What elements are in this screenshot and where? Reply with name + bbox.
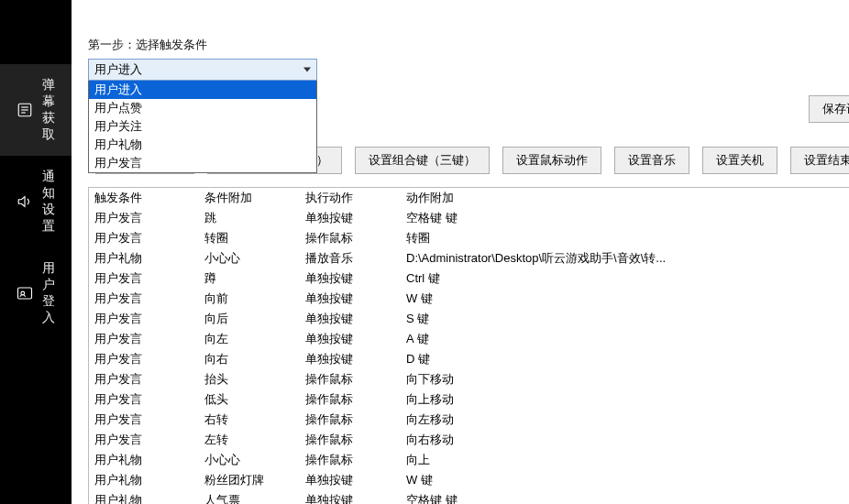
table-cell: W 键 [401,289,849,309]
table-cell: 单独按键 [300,268,401,289]
rules-table: 触发条件 条件附加 执行动作 动作附加 用户发言跳单独按键空格键 键用户发言转圈… [89,188,849,504]
set-combo3-button[interactable]: 设置组合键（三键） [355,147,490,174]
table-cell: 用户发言 [89,228,199,248]
table-row[interactable]: 用户发言抬头操作鼠标向下移动 [89,369,849,389]
table-cell: 转圈 [199,228,300,248]
sound-icon [17,193,33,210]
table-cell: 向上 [401,450,849,470]
table-row[interactable]: 用户发言转圈操作鼠标转圈 [89,228,849,248]
table-cell: 操作鼠标 [300,228,401,248]
header-trigger: 触发条件 [89,188,199,208]
table-cell: 用户发言 [89,268,199,289]
set-endproc-button[interactable]: 设置结束进程 [790,147,849,174]
table-cell: 用户发言 [89,430,199,450]
table-cell: 用户礼物 [89,450,199,470]
table-cell: 单独按键 [300,490,401,504]
table-row[interactable]: 用户礼物小心心操作鼠标向上 [89,450,849,470]
trigger-dropdown-option[interactable]: 用户发言 [89,154,316,172]
table-row[interactable]: 用户发言向前单独按键W 键 [89,289,849,309]
table-row[interactable]: 用户发言蹲单独按键Ctrl 键 [89,268,849,289]
table-cell: 向后 [199,309,300,329]
trigger-dropdown[interactable]: 用户进入 用户进入用户点赞用户关注用户礼物用户发言 [88,59,317,81]
trigger-dropdown-list: 用户进入用户点赞用户关注用户礼物用户发言 [88,81,317,173]
table-cell: 向左 [199,329,300,349]
trigger-dropdown-selected[interactable]: 用户进入 [88,59,317,81]
table-cell: 用户礼物 [89,470,199,490]
table-row[interactable]: 用户礼物人气票单独按键空格键 键 [89,490,849,504]
user-icon [17,285,33,301]
table-cell: 用户发言 [89,309,199,329]
trigger-dropdown-option[interactable]: 用户点赞 [89,99,316,117]
table-cell: 用户发言 [89,329,199,349]
table-cell: 空格键 键 [401,208,849,228]
trigger-dropdown-option[interactable]: 用户关注 [89,117,316,136]
table-row[interactable]: 用户发言右转操作鼠标向左移动 [89,410,849,430]
table-cell: 用户发言 [89,410,199,430]
table-cell: 向右 [199,349,300,369]
table-cell: 单独按键 [300,329,401,349]
svg-marker-4 [18,197,25,207]
table-cell: 单独按键 [300,289,401,309]
sidebar-item-notify[interactable]: 通知设置 [0,156,72,247]
table-row[interactable]: 用户发言向右单独按键D 键 [89,349,849,369]
table-cell: 向右移动 [401,430,849,450]
table-cell: 左转 [199,430,300,450]
rules-table-wrap[interactable]: 触发条件 条件附加 执行动作 动作附加 用户发言跳单独按键空格键 键用户发言转圈… [88,187,849,504]
table-cell: 播放音乐 [300,248,401,268]
table-cell: 用户礼物 [89,248,199,268]
table-cell: 蹲 [199,268,300,289]
table-cell: A 键 [401,329,849,349]
table-cell: 操作鼠标 [300,410,401,430]
table-cell: 操作鼠标 [300,369,401,389]
table-cell: 用户发言 [89,369,199,389]
set-mouse-button[interactable]: 设置鼠标动作 [502,147,601,174]
table-cell: 用户发言 [89,208,199,228]
sidebar-item-danmu[interactable]: 弹幕获取 [0,64,72,156]
header-cond-extra: 条件附加 [199,188,300,208]
table-cell: W 键 [401,470,849,490]
table-row[interactable]: 用户礼物粉丝团灯牌单独按键W 键 [89,470,849,490]
table-cell: 跳 [199,208,300,228]
header-action-extra: 动作附加 [401,188,849,208]
table-cell: 操作鼠标 [300,389,401,410]
table-cell: 小心心 [199,248,300,268]
table-cell: D 键 [401,349,849,369]
table-cell: 小心心 [199,450,300,470]
table-cell: 向前 [199,289,300,309]
save-button[interactable]: 保存设置 [809,95,849,123]
table-cell: 转圈 [401,228,849,248]
set-music-button[interactable]: 设置音乐 [614,147,689,174]
table-cell: 人气票 [199,490,300,504]
table-cell: 空格键 键 [401,490,849,504]
table-cell: 向左移动 [401,410,849,430]
set-shutdown-button[interactable]: 设置关机 [702,147,777,174]
table-cell: 粉丝团灯牌 [199,470,300,490]
header-action: 执行动作 [300,188,401,208]
trigger-dropdown-option[interactable]: 用户礼物 [89,136,316,154]
table-row[interactable]: 用户发言跳单独按键空格键 键 [89,208,849,228]
trigger-dropdown-option[interactable]: 用户进入 [89,81,316,99]
sidebar-item-login[interactable]: 用户登入 [0,247,72,339]
sidebar-item-label: 通知设置 [42,169,55,235]
sidebar-item-label: 弹幕获取 [42,77,55,143]
table-row[interactable]: 用户发言左转操作鼠标向右移动 [89,430,849,450]
titlebar [72,0,849,26]
table-row[interactable]: 用户礼物小心心播放音乐D:\Administrator\Desktop\听云游戏… [89,248,849,268]
table-cell: 用户礼物 [89,490,199,504]
table-cell: 向下移动 [401,369,849,389]
table-cell: 向上移动 [401,389,849,410]
table-cell: 操作鼠标 [300,450,401,470]
table-cell: 用户发言 [89,389,199,410]
list-icon [17,102,33,118]
table-cell: S 键 [401,309,849,329]
table-row[interactable]: 用户发言向左单独按键A 键 [89,329,849,349]
table-cell: 低头 [199,389,300,410]
table-row[interactable]: 用户发言低头操作鼠标向上移动 [89,389,849,410]
table-cell: 用户发言 [89,289,199,309]
table-cell: 操作鼠标 [300,430,401,450]
table-header-row: 触发条件 条件附加 执行动作 动作附加 [89,188,849,208]
step1-label: 第一步：选择触发条件 [88,37,317,53]
table-row[interactable]: 用户发言向后单独按键S 键 [89,309,849,329]
table-cell: 用户发言 [89,349,199,369]
table-cell: 右转 [199,410,300,430]
